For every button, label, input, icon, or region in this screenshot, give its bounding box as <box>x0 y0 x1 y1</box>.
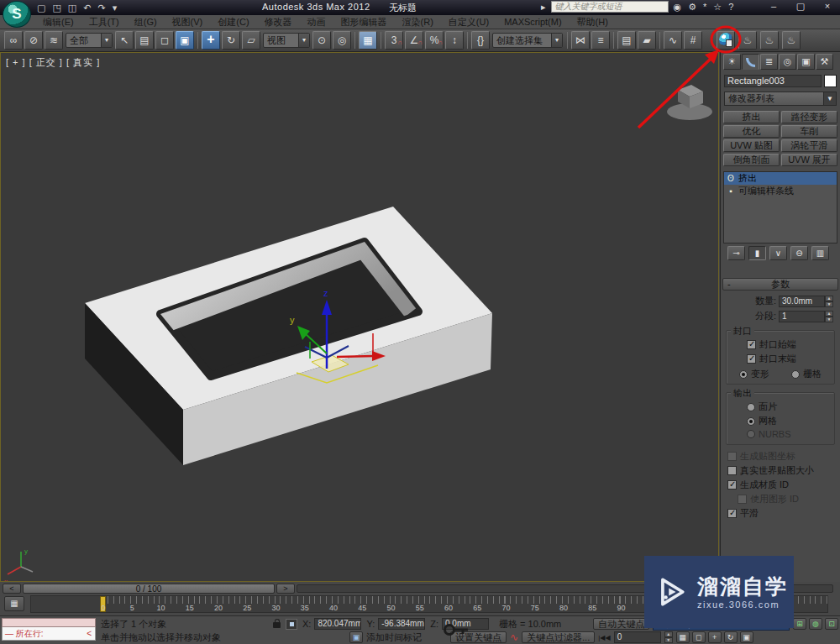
menu-[interactable]: 图形编辑器 <box>333 15 395 29</box>
menu-u[interactable]: 自定义(U) <box>441 15 496 29</box>
use-pivot-point-center-icon[interactable]: ⊙ <box>312 31 331 50</box>
redo-icon[interactable]: ↷ <box>97 3 105 13</box>
spinner-snap-icon[interactable]: ↕ <box>445 31 464 50</box>
menu-e[interactable]: 编辑(E) <box>35 15 81 29</box>
maximize-button[interactable]: ▢ <box>791 1 810 12</box>
amount-spinner[interactable]: ▲▼ <box>825 296 833 307</box>
modifier-button[interactable]: 挤出 <box>723 111 780 123</box>
menu-g[interactable]: 组(G) <box>127 15 165 29</box>
listener-script-pane[interactable]: — 所在行: < <box>2 627 96 641</box>
search-icon[interactable]: ◉ <box>674 2 682 13</box>
radio-button[interactable] <box>791 370 800 379</box>
render-production-icon[interactable]: ♨ <box>782 31 801 50</box>
viewport-label[interactable]: [ + ] [ 正交 ] [ 真实 ] <box>6 56 100 69</box>
add-time-tag[interactable]: 添加时间标记 <box>366 631 422 644</box>
show-end-result-button[interactable]: ▮ <box>748 246 766 260</box>
checkbox[interactable] <box>727 509 737 518</box>
previous-frame-button[interactable]: < <box>3 584 21 594</box>
unlink-selection-icon[interactable]: ⊘ <box>24 31 43 50</box>
selection-lock-region-icon[interactable]: ◻ <box>692 631 706 643</box>
selection-lock-icon[interactable] <box>272 619 282 629</box>
modifier-button[interactable]: 涡轮平滑 <box>781 139 837 152</box>
select-by-name-icon[interactable]: ▤ <box>135 31 154 50</box>
edit-named-selection-sets-icon[interactable]: {} <box>471 31 490 50</box>
frame-spinner[interactable]: ▲▼ <box>664 631 673 643</box>
cb-row[interactable]: 封口始端 <box>747 338 832 351</box>
absolute-mode-icon[interactable] <box>286 619 297 630</box>
modifier-button[interactable]: UVW 展开 <box>781 154 837 166</box>
time-config-icon[interactable]: ▦ <box>676 631 690 643</box>
auto-key-button[interactable]: 自动关键点 <box>593 618 649 630</box>
material-editor-icon[interactable] <box>717 31 735 50</box>
angle-snap-icon[interactable]: ∠ <box>405 31 423 50</box>
select-and-manipulate-icon[interactable]: ◎ <box>333 31 351 50</box>
select-and-move-icon[interactable]: + <box>202 31 220 50</box>
snaps-toggle-3d-icon[interactable]: 3 <box>385 31 403 50</box>
cb-row[interactable]: 生成材质 ID <box>727 479 837 491</box>
cb-row[interactable]: 生成贴图坐标 <box>727 450 837 463</box>
window-crossing-toggle-icon[interactable]: ▣ <box>176 31 194 50</box>
percent-snap-icon[interactable]: % <box>425 31 444 50</box>
keyboard-shortcut-override-icon[interactable]: ▦ <box>359 31 377 50</box>
menu-t[interactable]: 工具(T) <box>81 15 127 29</box>
rectangular-selection-region-icon[interactable]: ◻ <box>155 31 174 50</box>
pin-stack-button[interactable]: ⊸ <box>727 246 745 260</box>
segments-field[interactable]: 1 <box>779 311 825 322</box>
communication-center-icon[interactable]: * <box>703 2 706 13</box>
menu-[interactable]: 动画 <box>300 15 333 29</box>
align-icon[interactable]: ≡ <box>591 31 610 50</box>
time-slider-handle[interactable]: 0 / 100 <box>23 584 275 594</box>
object-color-swatch[interactable] <box>824 75 837 87</box>
listener-macro-pane[interactable] <box>2 618 96 627</box>
graphite-toggle-icon[interactable]: ▰ <box>638 31 656 50</box>
bind-to-space-warp-icon[interactable]: ≋ <box>45 31 63 50</box>
new-key-mode-icon[interactable]: ∿ <box>510 631 518 643</box>
tab-create[interactable]: ☀ <box>723 54 741 70</box>
schematic-view-icon[interactable]: # <box>684 31 702 50</box>
rb-row[interactable]: 变形 <box>739 368 769 380</box>
cb-row[interactable]: 平滑 <box>727 507 837 520</box>
close-button[interactable]: × <box>818 1 837 12</box>
save-file-icon[interactable]: ◫ <box>68 3 76 13</box>
checkbox[interactable] <box>738 495 747 504</box>
current-frame-field[interactable]: 0 <box>614 631 661 643</box>
cb-row[interactable]: 真实世界贴图大小 <box>727 464 837 477</box>
modifier-button[interactable]: 车削 <box>781 125 837 138</box>
selection-filter-dropdown[interactable]: 全部▾ <box>66 33 113 48</box>
modifier-list-dropdown[interactable]: 修改器列表 ▼ <box>724 92 837 106</box>
checkbox[interactable] <box>747 354 756 364</box>
infocenter-expand-icon[interactable]: ▸ <box>541 2 546 13</box>
maximize-viewport-toggle-icon[interactable]: ▣ <box>740 631 753 643</box>
help-icon[interactable]: ? <box>728 2 733 13</box>
isolate-selection-icon[interactable]: ▣ <box>349 631 363 643</box>
next-frame-button[interactable]: > <box>276 584 295 594</box>
tab-utilities[interactable]: ⚒ <box>816 54 833 70</box>
mirror-icon[interactable]: ⋈ <box>571 31 590 50</box>
object-name-field[interactable]: Rectangle003 <box>724 75 822 87</box>
menu-r[interactable]: 渲染(R) <box>395 15 441 29</box>
maxscript-mini-listener[interactable]: — 所在行: < <box>2 618 96 641</box>
modifier-button[interactable]: 优化 <box>723 125 780 138</box>
select-object-icon[interactable]: ↖ <box>115 31 134 50</box>
make-unique-button[interactable]: ∨ <box>769 246 787 260</box>
stack-item[interactable]: ▪可编辑样条线 <box>724 185 837 197</box>
stack-item[interactable]: ʘ挤出 <box>724 172 837 185</box>
checkbox[interactable] <box>727 480 737 490</box>
menu-maxscriptm[interactable]: MAXScript(M) <box>496 15 569 29</box>
configure-modifier-sets-button[interactable]: ▥ <box>811 246 829 260</box>
infocenter-search-input[interactable]: 键入关键字或短语 <box>551 1 669 13</box>
checkbox[interactable] <box>747 340 756 349</box>
menu-c[interactable]: 创建(C) <box>210 15 256 29</box>
amount-field[interactable]: 30.0mm <box>779 296 825 307</box>
zoom-region-icon[interactable]: ⊡ <box>825 618 838 630</box>
rb-row[interactable]: 网格 <box>747 415 832 427</box>
segments-spinner[interactable]: ▲▼ <box>825 311 833 322</box>
modifier-button[interactable]: UVW 贴图 <box>723 139 780 152</box>
subscription-center-icon[interactable]: ⚙ <box>688 2 696 13</box>
remove-modifier-button[interactable]: ⊖ <box>790 246 808 260</box>
y-coord-field[interactable]: -96.384mm <box>378 618 425 630</box>
checkbox[interactable] <box>727 466 737 475</box>
x-coord-field[interactable]: 820.047mm <box>314 618 361 630</box>
select-and-rotate-icon[interactable]: ↻ <box>222 31 240 50</box>
radio-button[interactable] <box>747 417 755 426</box>
